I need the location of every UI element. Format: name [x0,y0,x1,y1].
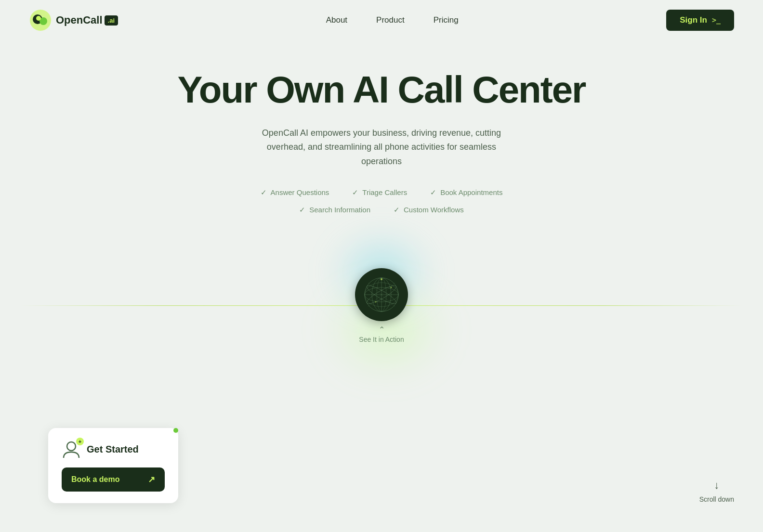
book-demo-label: Book a demo [71,475,119,484]
feature-triage-callers: ✓ Triage Callers [352,188,407,197]
feature-answer-questions: ✓ Answer Questions [261,188,329,197]
card-title: Get Started [87,444,165,455]
signin-label: Sign In [680,15,707,25]
logo-ai-badge: .ai [105,15,118,26]
scroll-down: ↓ Scroll down [699,479,734,503]
see-action-label[interactable]: ⌃ See It in Action [359,326,404,343]
svg-point-17 [375,301,377,302]
feature-label-5: Custom Workflows [404,206,464,214]
feature-label-2: Triage Callers [362,188,407,196]
nav-about[interactable]: About [326,15,347,25]
plus-badge: + [76,438,84,445]
logo-icon [29,9,52,32]
nav-pricing[interactable]: Pricing [434,15,459,25]
feature-book-appointments: ✓ Book Appointments [430,188,502,197]
feature-search-information: ✓ Search Information [299,206,370,214]
check-icon-1: ✓ [261,188,267,197]
get-started-card: + Get Started Book a demo ↗ [48,428,178,503]
arrow-up-right-icon: ↗ [148,474,155,485]
check-icon-5: ✓ [394,206,400,214]
scroll-down-label: Scroll down [699,495,734,503]
features-row-1: ✓ Answer Questions ✓ Triage Callers ✓ Bo… [19,188,744,197]
check-icon-4: ✓ [299,206,305,214]
check-icon-2: ✓ [352,188,358,197]
scroll-down-arrow-icon: ↓ [714,479,719,492]
online-dot [173,428,178,433]
chevron-up-icon: ⌃ [379,326,385,334]
nav-product[interactable]: Product [376,15,405,25]
feature-label-3: Book Appointments [440,188,502,196]
feature-label-1: Answer Questions [271,188,329,196]
svg-point-15 [381,278,382,280]
navbar: OpenCall.ai About Product Pricing Sign I… [0,0,763,40]
card-header: + Get Started [62,440,165,459]
hero-section: Your Own AI Call Center OpenCall AI empo… [0,40,763,388]
feature-label-4: Search Information [309,206,370,214]
book-demo-button[interactable]: Book a demo ↗ [62,467,165,492]
nav-links: About Product Pricing [326,15,459,25]
logo-text: OpenCall.ai [56,14,118,26]
check-icon-3: ✓ [430,188,436,197]
signin-prompt-icon: >_ [712,16,721,25]
hero-title: Your Own AI Call Center [19,69,744,111]
orb-container: ⌃ See It in Action [355,268,408,343]
user-icon-wrap: + [62,440,81,459]
logo[interactable]: OpenCall.ai [29,9,118,32]
signin-button[interactable]: Sign In >_ [666,10,734,31]
svg-point-3 [36,16,41,21]
ai-orb[interactable] [355,268,408,321]
orb-mesh-icon [362,275,401,314]
svg-point-18 [67,442,76,451]
see-action-text: See It in Action [359,336,404,343]
features-row-2: ✓ Search Information ✓ Custom Workflows [19,206,744,214]
svg-point-16 [391,286,392,288]
hero-visual: ⌃ See It in Action [19,224,744,388]
feature-custom-workflows: ✓ Custom Workflows [394,206,464,214]
hero-subtitle: OpenCall AI empowers your business, driv… [256,126,507,169]
